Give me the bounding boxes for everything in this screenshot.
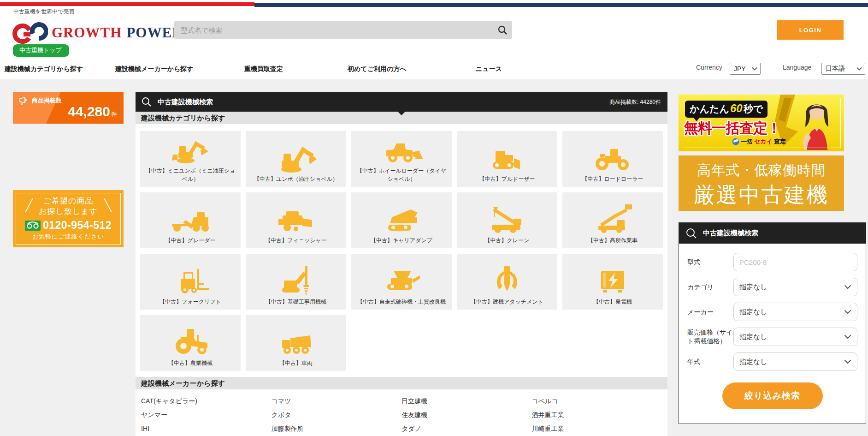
maker-link[interactable]: CAT(キャタピラー) — [141, 394, 272, 408]
globe-icon — [732, 138, 739, 145]
login-button[interactable]: LOGIN — [777, 20, 844, 40]
category-card[interactable]: 【中古】自走式破砕機・土質改良機 — [351, 254, 452, 310]
sekai-satei-logo: 一括セカイ査定 — [732, 137, 786, 146]
price-select-value: 指定なし — [739, 333, 768, 341]
crusher-icon — [378, 263, 425, 297]
category-select[interactable]: 指定なし — [733, 278, 857, 296]
maker-link[interactable]: 日立建機 — [402, 394, 532, 408]
model-input[interactable] — [733, 253, 857, 271]
nav-item-4[interactable]: ニュース — [476, 65, 502, 73]
currency-select[interactable]: JPY — [730, 63, 761, 75]
maker-link[interactable]: ヤンマー — [141, 408, 272, 422]
category-label: 【中古】ロードローラー — [577, 175, 648, 183]
category-grid: 【中古】ミニユンボ（ミニ油圧ショベル）【中古】ユンボ（油圧ショベル）【中古】ホイ… — [140, 131, 663, 371]
category-label: 【中古】高所作業車 — [583, 237, 642, 245]
category-card[interactable]: 【中古】車両 — [246, 315, 346, 371]
category-card[interactable]: 【中古】ホイールローダー（タイヤショベル） — [351, 131, 452, 187]
aerial-platform-icon — [590, 202, 636, 235]
chevron-down-icon — [844, 310, 851, 314]
category-card[interactable]: 【中古】ユンボ（油圧ショベル） — [246, 131, 346, 187]
model-field-label: 型式 — [687, 258, 733, 267]
refine-search-header: 中古建設機械検索 — [679, 223, 866, 244]
category-card[interactable]: 【中古】高所作業車 — [562, 192, 663, 248]
maker-link[interactable]: コマツ — [272, 394, 402, 408]
category-field-label: カテゴリ — [687, 283, 733, 292]
panel-count: 商品掲載数: 44280件 — [609, 98, 661, 106]
maker-link[interactable]: 加藤製作所 — [272, 422, 402, 436]
free-assessment-banner[interactable]: かんたん60秒で 無料一括査定！ 一括セカイ査定 — [679, 95, 844, 151]
contact-banner[interactable]: ご希望の商品 お探し致します 0120-954-512 お気軽にご連絡ください — [13, 190, 124, 247]
category-label: 【中古】クレーン — [480, 237, 534, 245]
category-label: 【中古】ホイールローダー（タイヤショベル） — [351, 167, 452, 183]
category-card[interactable]: 【中古】農業機械 — [140, 315, 241, 371]
price-field-label: 販売価格（サイト掲載価格） — [687, 328, 733, 346]
search-icon — [141, 96, 152, 108]
model-search-input[interactable] — [174, 26, 497, 34]
maker-link[interactable]: 川崎重工業 — [532, 422, 662, 436]
generator-icon — [590, 263, 636, 297]
category-card[interactable]: 【中古】ロードローラー — [562, 131, 663, 187]
category-card[interactable]: 【中古】クレーン — [457, 192, 557, 248]
category-card[interactable]: 【中古】フォークリフト — [140, 254, 241, 310]
category-card[interactable]: 【中古】建機アタッチメント — [457, 254, 557, 310]
road-roller-icon — [590, 141, 636, 174]
maker-select-value: 指定なし — [739, 308, 768, 317]
year-select[interactable]: 指定なし — [733, 352, 857, 371]
language-value: 日本語 — [826, 65, 845, 73]
chevron-down-icon — [752, 67, 757, 71]
contact-note: お気軽にご連絡ください — [13, 233, 124, 241]
megaphone-icon — [18, 97, 29, 105]
category-card[interactable]: 【中古】発電機 — [562, 254, 663, 310]
price-select[interactable]: 指定なし — [733, 328, 857, 346]
brand-logo[interactable]: GROWTHPOWER — [11, 20, 183, 45]
maker-link[interactable]: コベルコ — [532, 394, 662, 408]
currency-label: Currency — [696, 64, 722, 71]
maker-link[interactable]: IHI — [141, 422, 272, 436]
category-card[interactable]: 【中古】グレーダー — [140, 192, 241, 248]
listing-count-title: 商品掲載数 — [32, 96, 62, 105]
phone-number: 0120-954-512 — [43, 219, 112, 232]
category-card[interactable]: 【中古】基礎工事用機械 — [246, 254, 346, 310]
site-tagline: 中古重機を世界中で売買 — [13, 8, 75, 16]
nav-item-0[interactable]: 建設機械カテゴリから探す — [5, 65, 83, 73]
carrier-dump-icon — [378, 202, 425, 235]
search-icon[interactable] — [497, 25, 508, 35]
year-field-label: 年式 — [687, 358, 733, 366]
forklift-icon — [167, 263, 213, 297]
chevron-down-icon — [856, 67, 862, 71]
language-select[interactable]: 日本語 — [821, 63, 865, 75]
search-icon — [685, 227, 697, 239]
category-card[interactable]: 【中古】キャリアダンプ — [351, 192, 452, 248]
maker-link[interactable]: クボタ — [272, 408, 402, 422]
used-machine-top-badge[interactable]: 中古重機トップ — [13, 44, 69, 57]
top-stripe-navy — [254, 3, 868, 7]
maker-select[interactable]: 指定なし — [733, 303, 857, 321]
maker-grid: CAT(キャタピラー)コマツ日立建機コベルコヤンマークボタ住友建機酒井重工業IH… — [136, 389, 667, 436]
category-card[interactable]: 【中古】ミニユンボ（ミニ油圧ショベル） — [140, 131, 241, 187]
year-field-row: 年式指定なし — [687, 352, 857, 371]
category-label: 【中古】キャリアダンプ — [366, 237, 437, 245]
panel-pointer — [398, 112, 405, 115]
chevron-down-icon — [844, 359, 851, 364]
maker-link[interactable]: タダノ — [402, 422, 532, 436]
category-card[interactable]: 【中古】フィニッシャー — [246, 192, 346, 248]
banner1-line2: 無料一括査定！ — [684, 119, 781, 138]
wheel-loader-icon — [378, 132, 425, 166]
category-label: 【中古】車両 — [275, 359, 317, 367]
nav-item-3[interactable]: 初めてご利用の方へ — [348, 65, 407, 73]
maker-link[interactable]: 酒井重工業 — [532, 408, 662, 422]
maker-link[interactable]: 住友建機 — [402, 408, 532, 422]
refine-search-fields: 型式カテゴリ指定なしメーカー指定なし販売価格（サイト掲載価格）指定なし年式指定な… — [679, 244, 866, 371]
nav-item-1[interactable]: 建設機械メーカーから探す — [115, 65, 194, 73]
nav-item-2[interactable]: 重機買取査定 — [244, 65, 283, 73]
brand-growth: GROWTH — [52, 24, 122, 41]
refine-search-title: 中古建設機械検索 — [703, 229, 758, 238]
foundation-machine-icon — [273, 263, 319, 297]
refine-search-button[interactable]: 絞り込み検索 — [722, 382, 823, 409]
contact-line2: お探し致します — [13, 206, 124, 217]
top-stripe — [0, 2, 868, 6]
category-label: 【中古】ユンボ（油圧ショベル） — [249, 175, 342, 183]
tractor-icon — [167, 325, 213, 358]
category-card[interactable]: 【中古】ブルドーザー — [457, 131, 557, 187]
selected-machines-banner[interactable]: 高年式・低稼働時間 厳選中古建機 — [679, 155, 844, 211]
